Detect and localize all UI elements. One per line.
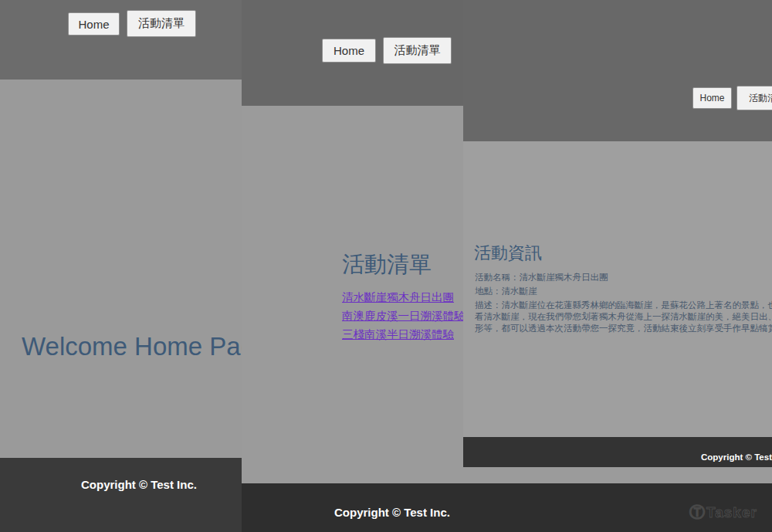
detail-navbar: Home 活動清單	[463, 0, 772, 141]
list-copyright-text: Copyright © Test Inc.	[334, 506, 450, 519]
detail-copyright-text: Copyright © Test Inc.	[701, 452, 772, 462]
activity-info-heading: 活動資訊	[474, 244, 542, 262]
home-nav-home-button[interactable]: Home	[68, 12, 120, 36]
list-nav-activity-list-button[interactable]: 活動清單	[383, 37, 452, 64]
activity-description-line-3: 形等，都可以透過本次活動帶您一探究竟，活動結束後立刻享受手作早點犒賞自己	[475, 323, 772, 334]
detail-nav-activity-list-button[interactable]: 活動清單	[736, 86, 772, 110]
activity-link-nanao-lupi-creek[interactable]: 南澳鹿皮溪一日溯溪體驗	[342, 309, 466, 324]
activity-location-line: 地點：清水斷崖	[475, 286, 537, 297]
home-page-title: Welcome Home Page	[22, 334, 269, 361]
activity-name-line: 活動名稱：清水斷崖獨木舟日出團	[475, 272, 608, 283]
screenshot-stage: Home 活動清單 Welcome Home Page Copyright © …	[0, 0, 772, 532]
activity-link-qingshui-cliff[interactable]: 清水斷崖獨木舟日出團	[342, 290, 454, 305]
activity-description-line-1: 描述：清水斷崖位在花蓮縣秀林鄉的臨海斷崖，是蘇花公路上著名的景點，也是熱	[475, 300, 772, 311]
window-activity-detail-page: Home 活動清單 活動資訊 活動名稱：清水斷崖獨木舟日出團 地點：清水斷崖 描…	[463, 0, 772, 467]
home-copyright-text: Copyright © Test Inc.	[81, 478, 197, 491]
activity-link-sanzhan-south-creek[interactable]: 三棧南溪半日溯溪體驗	[342, 327, 454, 342]
detail-footer: Copyright © Test Inc.	[463, 437, 772, 467]
detail-content: 活動資訊 活動名稱：清水斷崖獨木舟日出團 地點：清水斷崖 描述：清水斷崖位在花蓮…	[463, 141, 772, 437]
activity-description-line-2: 看清水斷崖，現在我們帶您划著獨木舟從海上一探清水斷崖的美，絕美日出、接	[475, 311, 772, 323]
list-footer: Copyright © Test Inc.	[242, 483, 772, 532]
activity-list-heading: 活動清單	[342, 252, 432, 276]
home-nav-activity-list-button[interactable]: 活動清單	[127, 10, 196, 37]
list-nav-home-button[interactable]: Home	[322, 39, 376, 63]
detail-nav-home-button[interactable]: Home	[692, 87, 732, 109]
